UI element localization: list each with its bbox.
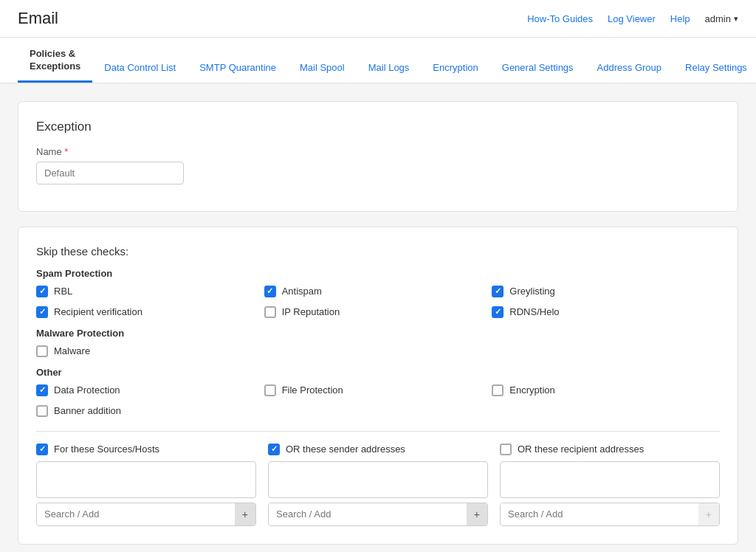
check-antispam[interactable]: Antispam — [264, 283, 492, 300]
sources-col1-box — [36, 461, 256, 498]
sources-grid: For these Sources/Hosts + OR these sende… — [36, 444, 720, 526]
sources-col3-add-button[interactable]: + — [698, 503, 719, 525]
spam-checks-grid: RBL Antispam Greylisting Recipient verif… — [36, 283, 720, 320]
checkbox-malware[interactable] — [36, 345, 48, 357]
checkbox-sources[interactable] — [36, 444, 48, 455]
exception-title: Exception — [36, 120, 720, 134]
checkbox-recipient-addr[interactable] — [500, 444, 512, 455]
checkbox-data-protection[interactable] — [36, 384, 48, 396]
top-nav: How-To Guides Log Viewer Help admin — [527, 13, 738, 24]
name-form-group: Name * — [36, 146, 720, 184]
name-label: Name * — [36, 146, 720, 157]
sources-col1-input[interactable] — [37, 503, 235, 525]
checkbox-greylisting[interactable] — [492, 286, 504, 297]
check-rdns[interactable]: RDNS/Helo — [492, 304, 720, 320]
tab-data-control[interactable]: Data Control List — [92, 52, 188, 83]
checkbox-file-protection[interactable] — [264, 384, 276, 396]
sources-col2-add-button[interactable]: + — [467, 503, 487, 525]
tab-mail-logs[interactable]: Mail Logs — [357, 52, 422, 83]
admin-menu[interactable]: admin — [705, 13, 738, 24]
tab-policies[interactable]: Policies & Exceptions — [18, 38, 92, 83]
log-viewer-link[interactable]: Log Viewer — [608, 13, 656, 24]
sources-col2-search: + — [268, 503, 488, 526]
sources-col2-box — [268, 461, 488, 498]
checkbox-sender[interactable] — [268, 444, 280, 455]
tab-bar: Policies & Exceptions Data Control List … — [0, 38, 756, 83]
checkbox-encryption[interactable] — [492, 384, 504, 396]
checkbox-antispam[interactable] — [264, 286, 276, 297]
check-malware[interactable]: Malware — [36, 343, 720, 359]
other-checks-grid: Data Protection File Protection Encrypti… — [36, 382, 720, 419]
check-encryption[interactable]: Encryption — [492, 382, 720, 399]
check-ip-rep[interactable]: IP Reputation — [264, 304, 492, 320]
sources-col1-search: + — [36, 503, 256, 526]
tab-general[interactable]: General Settings — [490, 52, 585, 83]
other-group-label: Other — [36, 367, 720, 378]
checks-section-title: Skip these checks: — [36, 245, 720, 258]
spam-group-label: Spam Protection — [36, 268, 720, 279]
checkbox-banner[interactable] — [36, 405, 48, 417]
main-content: Exception Name * Skip these checks: Spam… — [0, 83, 756, 552]
tab-relay[interactable]: Relay Settings — [673, 52, 756, 83]
name-input[interactable] — [36, 162, 184, 184]
check-greylisting[interactable]: Greylisting — [492, 283, 720, 300]
tab-smtp[interactable]: SMTP Quarantine — [188, 52, 288, 83]
help-link[interactable]: Help — [670, 13, 690, 24]
checkbox-rbl[interactable] — [36, 286, 48, 297]
malware-group-label: Malware Protection — [36, 328, 720, 339]
top-bar: Email How-To Guides Log Viewer Help admi… — [0, 0, 756, 38]
sources-col1-add-button[interactable]: + — [235, 503, 255, 525]
tab-address-group[interactable]: Address Group — [585, 52, 673, 83]
page-title: Email — [18, 9, 58, 28]
sources-col1-header: For these Sources/Hosts — [36, 444, 256, 455]
sources-col3-input[interactable] — [501, 503, 698, 525]
checkbox-recipient[interactable] — [36, 306, 48, 318]
checkbox-ip-rep[interactable] — [264, 306, 276, 318]
how-to-guides-link[interactable]: How-To Guides — [527, 13, 593, 24]
tab-encryption[interactable]: Encryption — [421, 52, 489, 83]
sources-col3: OR these recipient addresses + — [500, 444, 720, 526]
check-rbl[interactable]: RBL — [36, 283, 264, 300]
sources-col3-header: OR these recipient addresses — [500, 444, 720, 455]
sources-col2-header: OR these sender addresses — [268, 444, 488, 455]
tab-mail-spool[interactable]: Mail Spool — [288, 52, 357, 83]
exception-card: Exception Name * — [18, 101, 738, 212]
check-recipient[interactable]: Recipient verification — [36, 304, 264, 320]
check-banner[interactable]: Banner addition — [36, 403, 264, 419]
check-data-protection[interactable]: Data Protection — [36, 382, 264, 399]
sources-col2-input[interactable] — [269, 503, 467, 525]
checkbox-rdns[interactable] — [492, 306, 504, 318]
sources-col3-search: + — [500, 503, 720, 526]
checks-card: Skip these checks: Spam Protection RBL A… — [18, 227, 738, 545]
sources-col2: OR these sender addresses + — [268, 444, 488, 526]
sources-col1: For these Sources/Hosts + — [36, 444, 256, 526]
check-file-protection[interactable]: File Protection — [264, 382, 492, 399]
sources-col3-box — [500, 461, 720, 498]
divider — [36, 431, 720, 432]
